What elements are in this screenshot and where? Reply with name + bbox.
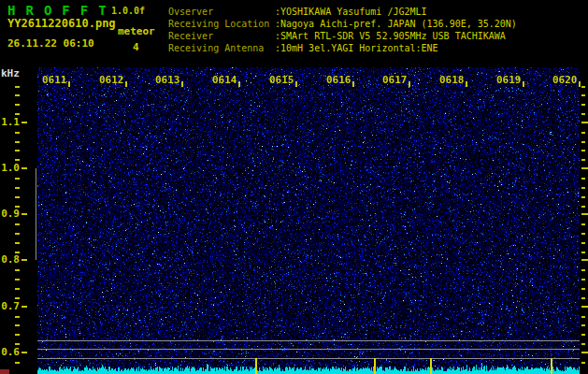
freq-minor-tick-left bbox=[15, 288, 20, 290]
meteor-counter-label: meteor bbox=[118, 25, 155, 37]
freq-minor-tick-left bbox=[15, 206, 20, 208]
time-axis-label: 0614 bbox=[212, 74, 237, 86]
time-axis-tick bbox=[68, 81, 70, 87]
time-axis-tick bbox=[238, 81, 240, 87]
freq-minor-tick-left bbox=[15, 316, 20, 318]
freq-axis-label: 1.1 bbox=[0, 116, 20, 128]
freq-minor-tick-left bbox=[15, 94, 20, 96]
freq-minor-tick-right bbox=[581, 159, 585, 161]
time-axis-tick bbox=[579, 81, 581, 87]
freq-minor-tick-left bbox=[15, 113, 20, 115]
freq-minor-tick-left bbox=[15, 196, 20, 198]
freq-minor-tick-right bbox=[581, 178, 585, 180]
time-axis-tick bbox=[181, 81, 183, 87]
time-axis-tick bbox=[352, 81, 354, 87]
time-axis-label: 0619 bbox=[496, 74, 522, 86]
freq-minor-tick-left bbox=[15, 242, 20, 244]
info-row-label: Receiving Antenna bbox=[168, 43, 275, 53]
time-axis-label: 0615 bbox=[269, 74, 294, 86]
info-row-value: :SMArt RTL-SDR V5 52.905MHz USB TACHIKAW… bbox=[275, 31, 506, 41]
status-red-marker bbox=[0, 369, 9, 374]
freq-minor-tick-left bbox=[15, 233, 20, 235]
freq-minor-tick-left bbox=[15, 132, 20, 134]
freq-minor-tick-right bbox=[581, 187, 585, 189]
freq-minor-tick-right bbox=[581, 288, 585, 290]
info-row-label: Ovserver bbox=[168, 7, 275, 17]
info-row: Receiving Antenna:10mH 3el.YAGI Horizont… bbox=[168, 43, 584, 55]
freq-minor-tick-right bbox=[581, 94, 585, 96]
freq-major-tick-left bbox=[22, 213, 27, 215]
freq-axis-label: 0.9 bbox=[0, 208, 20, 220]
meteor-echo-marker bbox=[374, 358, 376, 374]
freq-minor-tick-right bbox=[581, 269, 585, 271]
detection-band-line bbox=[37, 340, 580, 341]
freq-major-tick-right bbox=[581, 167, 588, 169]
time-axis-label: 0613 bbox=[155, 74, 180, 86]
output-filename: YY2611220610.png bbox=[7, 17, 116, 30]
freq-minor-tick-right bbox=[581, 362, 585, 364]
time-axis-label: 0611 bbox=[42, 74, 67, 86]
date-time: 26.11.22 06:10 bbox=[7, 37, 94, 50]
freq-minor-tick-left bbox=[15, 178, 20, 180]
freq-minor-tick-left bbox=[15, 141, 20, 143]
info-row: Receiver:SMArt RTL-SDR V5 52.905MHz USB … bbox=[168, 31, 584, 43]
time-axis-label: 0616 bbox=[326, 74, 351, 86]
freq-minor-tick-left bbox=[15, 343, 20, 345]
freq-major-tick-right bbox=[581, 259, 588, 261]
freq-minor-tick-left bbox=[15, 150, 20, 151]
freq-major-tick-right bbox=[581, 306, 588, 308]
freq-minor-tick-right bbox=[581, 316, 585, 318]
freq-minor-tick-right bbox=[581, 104, 585, 106]
freq-minor-tick-right bbox=[581, 196, 585, 198]
freq-axis-label: 1.0 bbox=[0, 162, 20, 174]
freq-minor-tick-left bbox=[15, 279, 20, 280]
time-axis-label: 0618 bbox=[439, 74, 465, 86]
freq-minor-tick-right bbox=[581, 141, 585, 143]
freq-minor-tick-right bbox=[581, 334, 585, 336]
detection-band-line bbox=[37, 349, 580, 350]
freq-minor-tick-right bbox=[581, 343, 585, 345]
info-row-label: Receiving Location bbox=[168, 19, 275, 29]
time-axis-tick bbox=[125, 81, 127, 87]
info-row-value: :Nagoya Aichi-pref. JAPAN (136.90E, 35.2… bbox=[275, 19, 517, 29]
info-row-label: Receiver bbox=[168, 31, 275, 41]
app-title: H R O F F T bbox=[7, 3, 108, 18]
info-row-value: :10mH 3el.YAGI Horizontal:ENE bbox=[275, 43, 438, 53]
freq-major-tick-left bbox=[22, 352, 27, 353]
info-row: Ovserver:YOSHIKAWA Yasufumi /JG2MLI bbox=[168, 7, 584, 19]
freq-minor-tick-right bbox=[581, 223, 585, 225]
freq-minor-tick-left bbox=[15, 86, 20, 88]
app-version: 1.0.0f bbox=[111, 6, 145, 16]
time-axis-tick bbox=[523, 81, 524, 87]
time-axis-tick bbox=[466, 81, 467, 87]
freq-minor-tick-right bbox=[581, 324, 585, 326]
time-axis-label: 0617 bbox=[382, 74, 408, 86]
freq-minor-tick-right bbox=[581, 233, 585, 235]
observer-info-table: Ovserver:YOSHIKAWA Yasufumi /JG2MLIRecei… bbox=[168, 7, 584, 55]
freq-major-tick-right bbox=[581, 352, 588, 353]
freq-minor-tick-left bbox=[15, 159, 20, 161]
freq-minor-tick-left bbox=[15, 187, 20, 189]
freq-minor-tick-right bbox=[581, 206, 585, 208]
freq-minor-tick-left bbox=[15, 362, 20, 364]
freq-major-tick-left bbox=[22, 306, 27, 308]
freq-axis-label: 0.6 bbox=[0, 346, 20, 358]
frequency-axis-unit: kHz bbox=[1, 67, 20, 79]
freq-minor-tick-right bbox=[581, 252, 585, 253]
freq-minor-tick-left bbox=[15, 297, 20, 299]
freq-minor-tick-right bbox=[581, 150, 585, 151]
freq-major-tick-left bbox=[22, 167, 27, 169]
hrofft-window: H R O F F T 1.0.0f YY2611220610.png 26.1… bbox=[0, 0, 588, 374]
left-edge-reference-line bbox=[36, 168, 36, 260]
freq-minor-tick-left bbox=[15, 104, 20, 106]
freq-major-tick-left bbox=[22, 122, 27, 123]
info-row: Receiving Location:Nagoya Aichi-pref. JA… bbox=[168, 19, 584, 31]
time-axis-tick bbox=[295, 81, 297, 87]
freq-minor-tick-right bbox=[581, 279, 585, 280]
freq-minor-tick-right bbox=[581, 86, 585, 88]
detection-band-line bbox=[37, 358, 580, 359]
freq-major-tick-left bbox=[22, 259, 27, 261]
freq-axis-label: 0.8 bbox=[0, 253, 20, 266]
freq-major-tick-right bbox=[581, 213, 588, 215]
meteor-counter-value: 4 bbox=[133, 41, 139, 53]
